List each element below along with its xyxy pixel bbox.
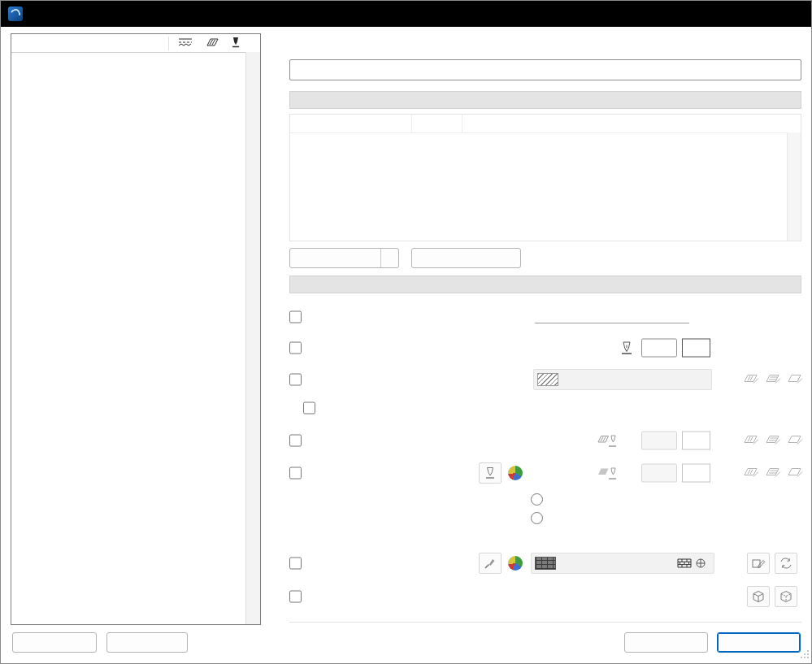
drafting-fills-icon[interactable] bbox=[786, 433, 804, 449]
cut-fills-icon[interactable] bbox=[742, 433, 760, 449]
drafting-fills-icon[interactable] bbox=[786, 372, 804, 388]
surface-preview-chip bbox=[535, 557, 556, 570]
hide-contours-checkbox[interactable] bbox=[289, 591, 302, 603]
criteria-column-header[interactable] bbox=[290, 115, 412, 132]
model-contours-icon[interactable] bbox=[747, 586, 770, 607]
pen-color-bar bbox=[686, 467, 693, 480]
override-color-thickness-radio[interactable] bbox=[531, 512, 543, 524]
foreground-pen-color-swatch[interactable] bbox=[682, 432, 710, 450]
criteria-section-header[interactable] bbox=[289, 91, 801, 109]
app-icon bbox=[8, 7, 23, 21]
drafting-fills-icon[interactable] bbox=[786, 466, 804, 481]
criteria-table bbox=[289, 114, 801, 241]
cut-fills-icon[interactable] bbox=[742, 466, 760, 481]
new-rule-button[interactable] bbox=[12, 632, 97, 653]
cover-fills-icon[interactable] bbox=[764, 433, 782, 449]
surface-dropdown[interactable] bbox=[531, 553, 714, 574]
pen-color-line bbox=[698, 342, 700, 354]
line-type-checkbox[interactable] bbox=[289, 311, 302, 323]
brick-pattern-icon bbox=[677, 558, 692, 568]
fill-type-row bbox=[289, 368, 801, 391]
ok-button[interactable] bbox=[717, 632, 801, 653]
surface-row bbox=[289, 552, 801, 575]
pens-colors-row bbox=[289, 490, 801, 531]
background-pen-color-swatch[interactable] bbox=[682, 464, 710, 483]
pen-color-line bbox=[698, 467, 700, 480]
pen-color-line bbox=[698, 435, 700, 447]
pen-nib-icon bbox=[619, 341, 635, 355]
rules-list bbox=[11, 52, 246, 624]
background-pen-icon bbox=[597, 466, 618, 480]
cut-surfaces-icon[interactable] bbox=[747, 553, 770, 574]
fill-type-checkbox[interactable] bbox=[289, 374, 302, 386]
color-picker-icon[interactable] bbox=[508, 556, 523, 571]
fill-foreground-checkbox[interactable] bbox=[289, 435, 302, 447]
hide-skin-checkbox[interactable] bbox=[303, 402, 315, 414]
line-pen-row bbox=[289, 336, 801, 359]
texture-icon bbox=[695, 558, 706, 568]
fill-background-checkbox[interactable] bbox=[289, 467, 302, 480]
pen-color-bar bbox=[686, 435, 693, 447]
background-pen-number-input[interactable] bbox=[641, 464, 677, 483]
fill-type-dropdown[interactable] bbox=[533, 369, 712, 390]
titlebar bbox=[1, 1, 811, 27]
line-types-column-icon bbox=[177, 37, 193, 50]
cancel-button[interactable] bbox=[624, 632, 708, 653]
paint-brush-button[interactable] bbox=[479, 553, 502, 574]
line-type-dropdown[interactable] bbox=[533, 306, 710, 328]
graphic-override-rules-dialog bbox=[0, 0, 812, 664]
pen-color-bar bbox=[686, 342, 693, 354]
cover-fills-icon[interactable] bbox=[764, 466, 782, 481]
hide-contours-row bbox=[289, 585, 801, 608]
line-pen-checkbox[interactable] bbox=[289, 342, 302, 354]
line-type-row bbox=[289, 306, 801, 328]
footer-divider bbox=[289, 622, 801, 623]
line-type-preview bbox=[535, 323, 689, 323]
foreground-pen-number-input[interactable] bbox=[641, 432, 677, 450]
model-contours-pen-icon[interactable] bbox=[775, 586, 797, 607]
color-picker-icon[interactable] bbox=[508, 466, 523, 480]
criteria-table-scrollbar[interactable] bbox=[787, 132, 801, 241]
fill-pattern-chip bbox=[537, 373, 558, 386]
cover-fills-icon[interactable] bbox=[764, 372, 782, 388]
criteria-table-header bbox=[290, 115, 788, 133]
fill-background-row bbox=[289, 462, 801, 484]
cut-fills-icon[interactable] bbox=[742, 372, 760, 388]
rule-name-input[interactable] bbox=[289, 59, 801, 80]
delete-rule-button[interactable] bbox=[106, 632, 188, 653]
add-criteria-dropdown[interactable] bbox=[380, 249, 398, 267]
hide-skin-row bbox=[289, 400, 801, 416]
surface-checkbox[interactable] bbox=[289, 558, 302, 570]
pen-set-button[interactable] bbox=[479, 462, 502, 484]
add-criteria-button[interactable] bbox=[289, 248, 399, 268]
override-color-only-radio[interactable] bbox=[531, 493, 543, 506]
pen-color-swatch[interactable] bbox=[682, 339, 710, 358]
fills-column-icon bbox=[204, 37, 220, 50]
resize-grip[interactable] bbox=[800, 649, 810, 662]
close-button[interactable] bbox=[774, 1, 810, 27]
fill-foreground-row bbox=[289, 429, 801, 452]
rules-list-header bbox=[11, 34, 260, 53]
rules-list-scrollbar[interactable] bbox=[245, 52, 260, 624]
remove-criteria-button[interactable] bbox=[411, 248, 521, 268]
rules-list-panel bbox=[11, 33, 261, 625]
uncut-surfaces-icon[interactable] bbox=[775, 553, 797, 574]
override-style-section-header[interactable] bbox=[289, 276, 801, 293]
foreground-pen-icon bbox=[597, 433, 618, 448]
help-button[interactable] bbox=[733, 1, 769, 27]
pens-column-icon bbox=[231, 37, 241, 50]
pen-number-input[interactable] bbox=[641, 339, 677, 358]
